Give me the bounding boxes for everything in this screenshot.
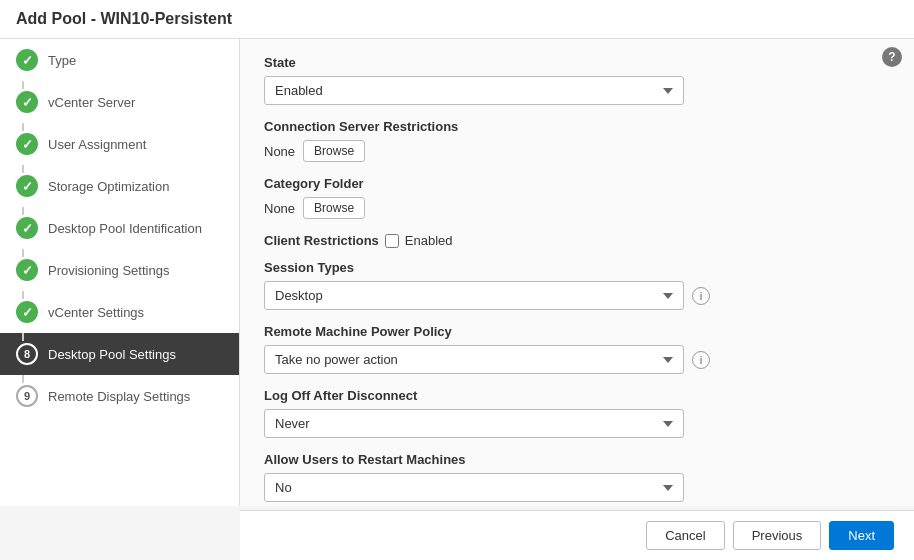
- sidebar-label-desktop-pool-id: Desktop Pool Identification: [48, 221, 202, 236]
- step-icon-desktop-pool-id: ✓: [16, 217, 38, 239]
- sidebar-label-vcenter-server: vCenter Server: [48, 95, 135, 110]
- logoff-section: Log Off After Disconnect Never After Imm…: [264, 388, 890, 438]
- sidebar-item-desktop-pool-id[interactable]: ✓ Desktop Pool Identification: [0, 207, 239, 249]
- help-icon[interactable]: ?: [882, 47, 902, 67]
- sidebar-item-remote-display-settings[interactable]: 9 Remote Display Settings: [0, 375, 239, 417]
- step-icon-vcenter-settings: ✓: [16, 301, 38, 323]
- step-icon-type: ✓: [16, 49, 38, 71]
- power-policy-select[interactable]: Take no power action Always powered on S…: [264, 345, 684, 374]
- step-icon-provisioning-settings: ✓: [16, 259, 38, 281]
- sidebar-item-desktop-pool-settings[interactable]: 8 Desktop Pool Settings: [0, 333, 239, 375]
- connection-server-label: Connection Server Restrictions: [264, 119, 890, 134]
- category-folder-none: None: [264, 201, 295, 216]
- restart-label: Allow Users to Restart Machines: [264, 452, 890, 467]
- client-restrictions-section: Client Restrictions Enabled: [264, 233, 890, 248]
- sidebar-label-user-assignment: User Assignment: [48, 137, 146, 152]
- connection-server-section: Connection Server Restrictions None Brow…: [264, 119, 890, 162]
- sidebar-item-vcenter-server[interactable]: ✓ vCenter Server: [0, 81, 239, 123]
- sidebar-item-user-assignment[interactable]: ✓ User Assignment: [0, 123, 239, 165]
- state-label: State: [264, 55, 890, 70]
- content-area: ? State Enabled Disabled Connection Serv…: [240, 39, 914, 506]
- sidebar: ✓ Type ✓ vCenter Server ✓ User Assignmen…: [0, 39, 240, 506]
- page-title: Add Pool - WIN10-Persistent: [0, 0, 914, 39]
- step-icon-vcenter-server: ✓: [16, 91, 38, 113]
- step-icon-user-assignment: ✓: [16, 133, 38, 155]
- sidebar-item-type[interactable]: ✓ Type: [0, 39, 239, 81]
- sidebar-label-desktop-pool-settings: Desktop Pool Settings: [48, 347, 176, 362]
- category-folder-section: Category Folder None Browse: [264, 176, 890, 219]
- step-icon-storage-optimization: ✓: [16, 175, 38, 197]
- sidebar-label-remote-display-settings: Remote Display Settings: [48, 389, 190, 404]
- sidebar-item-storage-optimization[interactable]: ✓ Storage Optimization: [0, 165, 239, 207]
- category-folder-label: Category Folder: [264, 176, 890, 191]
- logoff-select[interactable]: Never After Immediately: [264, 409, 684, 438]
- sidebar-item-provisioning-settings[interactable]: ✓ Provisioning Settings: [0, 249, 239, 291]
- client-restrictions-checkbox[interactable]: [385, 234, 399, 248]
- logoff-label: Log Off After Disconnect: [264, 388, 890, 403]
- connection-server-browse-button[interactable]: Browse: [303, 140, 365, 162]
- power-policy-info-icon[interactable]: i: [692, 351, 710, 369]
- sidebar-item-vcenter-settings[interactable]: ✓ vCenter Settings: [0, 291, 239, 333]
- sidebar-label-provisioning-settings: Provisioning Settings: [48, 263, 169, 278]
- client-restrictions-label: Client Restrictions: [264, 233, 379, 248]
- sidebar-label-vcenter-settings: vCenter Settings: [48, 305, 144, 320]
- power-policy-section: Remote Machine Power Policy Take no powe…: [264, 324, 890, 374]
- state-section: State Enabled Disabled: [264, 55, 890, 105]
- connection-server-none: None: [264, 144, 295, 159]
- next-button[interactable]: Next: [829, 521, 894, 550]
- previous-button[interactable]: Previous: [733, 521, 822, 550]
- sidebar-label-type: Type: [48, 53, 76, 68]
- cancel-button[interactable]: Cancel: [646, 521, 724, 550]
- sidebar-label-storage-optimization: Storage Optimization: [48, 179, 169, 194]
- footer: Cancel Previous Next: [240, 510, 914, 560]
- session-types-select[interactable]: Desktop Application Desktop and Applicat…: [264, 281, 684, 310]
- power-policy-label: Remote Machine Power Policy: [264, 324, 890, 339]
- session-types-info-icon[interactable]: i: [692, 287, 710, 305]
- step-icon-remote-display-settings: 9: [16, 385, 38, 407]
- client-restrictions-checkbox-label: Enabled: [405, 233, 453, 248]
- step-icon-desktop-pool-settings: 8: [16, 343, 38, 365]
- restart-select[interactable]: No Yes: [264, 473, 684, 502]
- state-select[interactable]: Enabled Disabled: [264, 76, 684, 105]
- category-folder-browse-button[interactable]: Browse: [303, 197, 365, 219]
- session-types-label: Session Types: [264, 260, 890, 275]
- restart-section: Allow Users to Restart Machines No Yes: [264, 452, 890, 502]
- session-types-section: Session Types Desktop Application Deskto…: [264, 260, 890, 310]
